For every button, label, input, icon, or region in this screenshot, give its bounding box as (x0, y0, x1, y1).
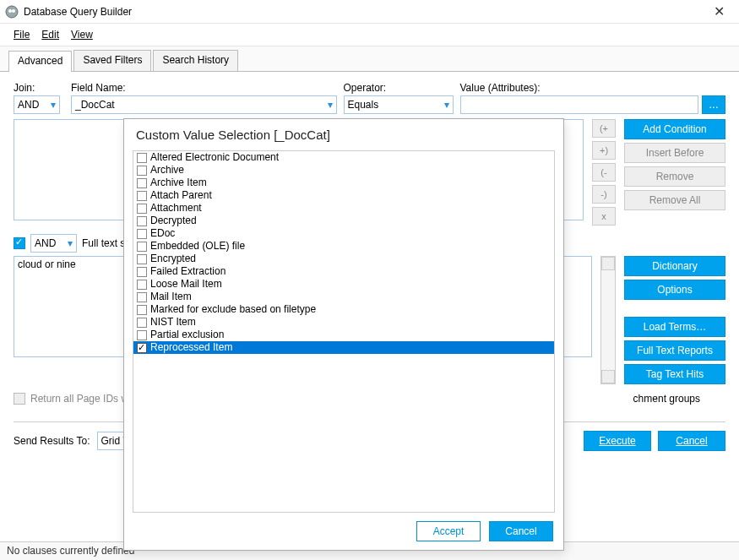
operator-label: Operator: (344, 82, 454, 94)
checkbox-icon[interactable] (137, 178, 147, 188)
chevron-down-icon: ▾ (51, 99, 56, 111)
value-list-item-label: Embedded (OLE) file (150, 240, 245, 253)
insert-before-button[interactable]: Insert Before (624, 143, 725, 163)
checkbox-icon[interactable] (137, 343, 147, 353)
checkbox-icon[interactable] (137, 204, 147, 214)
and-checkbox[interactable] (14, 237, 25, 249)
checkbox-icon[interactable] (137, 229, 147, 239)
menu-view[interactable]: View (66, 27, 98, 42)
attachment-groups-label: chment groups (633, 393, 700, 405)
tab-search-history[interactable]: Search History (153, 50, 238, 71)
value-list-item[interactable]: Encrypted (133, 253, 554, 265)
checkbox-icon[interactable] (137, 242, 147, 252)
cancel-button[interactable]: Cancel (658, 431, 725, 451)
status-text: No clauses currently defined (7, 545, 134, 557)
chevron-down-icon: ▾ (68, 237, 73, 249)
dictionary-button[interactable]: Dictionary (624, 256, 725, 276)
tab-advanced-label: Advanced (18, 55, 62, 67)
value-list-item[interactable]: Loose Mail Item (133, 278, 554, 291)
tag-text-hits-button[interactable]: Tag Text Hits (624, 364, 725, 384)
value-list-item-label: Loose Mail Item (150, 278, 222, 291)
svg-point-1 (8, 9, 12, 13)
value-list-item-label: Attachment (150, 202, 202, 215)
value-list-item-label: Archive Item (150, 177, 207, 189)
dialog-cancel-button[interactable]: Cancel (489, 521, 553, 541)
value-list-item[interactable]: NIST Item (133, 316, 554, 329)
checkbox-icon[interactable] (137, 292, 147, 302)
execute-button[interactable]: Execute (584, 431, 651, 451)
value-list-item[interactable]: Mail Item (133, 291, 554, 303)
execute-label: Execute (599, 435, 635, 447)
app-icon (5, 5, 19, 19)
value-list-item[interactable]: Partial exclusion (133, 329, 554, 341)
checkbox-icon[interactable] (137, 166, 147, 176)
value-list-item[interactable]: Archive (133, 164, 554, 177)
remove-button[interactable]: Remove (624, 166, 725, 187)
value-list-item[interactable]: Embedded (OLE) file (133, 240, 554, 253)
tab-advanced[interactable]: Advanced (8, 51, 72, 72)
value-list-item-label: Archive (150, 164, 184, 177)
scroll-down-icon[interactable] (601, 370, 615, 383)
accept-button[interactable]: Accept (416, 521, 481, 541)
value-input[interactable] (460, 95, 699, 114)
value-browse-button[interactable]: … (702, 95, 725, 114)
checkbox-icon[interactable] (137, 216, 147, 226)
checkbox-icon[interactable] (137, 153, 147, 163)
svg-point-0 (6, 6, 18, 18)
menu-file[interactable]: File (8, 27, 35, 42)
tab-history-label: Search History (162, 54, 229, 66)
chevron-down-icon: ▾ (444, 99, 449, 111)
checkbox-icon[interactable] (137, 318, 147, 328)
add-condition-button[interactable]: Add Condition (624, 119, 725, 139)
join-label: Join: (14, 82, 64, 94)
scroll-up-icon[interactable] (601, 257, 615, 270)
checkbox-icon[interactable] (137, 305, 147, 315)
value-list[interactable]: Altered Electronic DocumentArchiveArchiv… (133, 150, 555, 513)
menu-edit-label: Edit (41, 29, 59, 41)
value-label: Value (Attributes): (460, 82, 726, 94)
send-results-label: Send Results To: (14, 435, 90, 447)
paren-plus-close-button[interactable]: +) (592, 141, 616, 160)
value-list-item[interactable]: Altered Electronic Document (133, 151, 554, 164)
value-list-item[interactable]: Reprocessed Item (133, 341, 554, 354)
remove-all-button[interactable]: Remove All (624, 190, 725, 210)
tab-saved-label: Saved Filters (83, 54, 142, 66)
value-list-item[interactable]: Attachment (133, 202, 554, 215)
checkbox-icon[interactable] (137, 254, 147, 264)
value-list-item-label: EDoc (150, 227, 175, 240)
value-list-item[interactable]: Archive Item (133, 177, 554, 189)
and-select[interactable]: AND ▾ (30, 234, 77, 253)
checkbox-icon[interactable] (137, 191, 147, 201)
field-name-select[interactable]: _DocCat ▾ (71, 95, 337, 114)
menu-edit[interactable]: Edit (36, 27, 64, 42)
load-terms-button[interactable]: Load Terms… (624, 317, 725, 337)
checkbox-icon[interactable] (137, 330, 147, 340)
paren-minus-close-button[interactable]: -) (592, 185, 616, 204)
paren-open-plus-button[interactable]: (+ (592, 119, 616, 138)
join-select[interactable]: AND ▾ (14, 95, 60, 114)
remove-paren-button[interactable]: x (592, 207, 616, 226)
options-button[interactable]: Options (624, 280, 725, 300)
value-list-item[interactable]: Marked for exclude based on filetype (133, 303, 554, 316)
value-list-item[interactable]: EDoc (133, 227, 554, 240)
value-list-item[interactable]: Decrypted (133, 215, 554, 227)
operator-value: Equals (348, 99, 379, 111)
tab-saved-filters[interactable]: Saved Filters (73, 50, 151, 71)
fulltext-scrollbar[interactable] (600, 256, 616, 384)
value-list-item-label: Failed Extraction (150, 265, 226, 278)
value-list-item-label: NIST Item (150, 316, 196, 329)
value-list-item[interactable]: Attach Parent (133, 189, 554, 202)
paren-open-minus-button[interactable]: (- (592, 163, 616, 182)
close-button[interactable]: ✕ (704, 3, 734, 19)
fulltext-reports-button[interactable]: Full Text Reports (624, 340, 725, 361)
value-list-item-label: Marked for exclude based on filetype (150, 303, 316, 316)
return-page-ids-checkbox (14, 393, 25, 405)
operator-select[interactable]: Equals ▾ (344, 95, 454, 114)
value-list-item[interactable]: Failed Extraction (133, 265, 554, 278)
checkbox-icon[interactable] (137, 280, 147, 290)
checkbox-icon[interactable] (137, 267, 147, 277)
value-list-item-label: Decrypted (150, 215, 197, 227)
value-list-item-label: Altered Electronic Document (150, 151, 279, 164)
window-title: Database Query Builder (24, 6, 704, 18)
paren-buttons: (+ +) (- -) x (592, 119, 616, 226)
